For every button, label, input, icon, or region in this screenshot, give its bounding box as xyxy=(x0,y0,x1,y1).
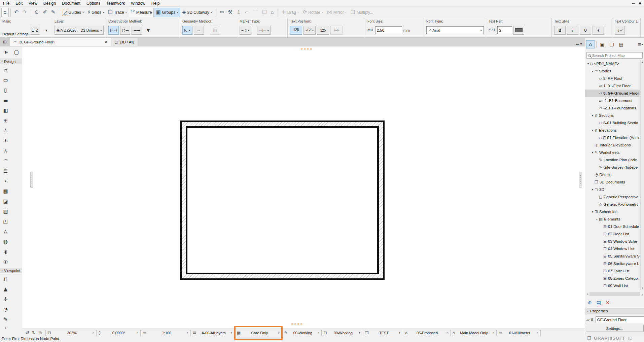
zoom-in-button[interactable]: ⊕ xyxy=(38,330,42,335)
app-window-icon[interactable]: ▪ xyxy=(639,1,641,5)
window-tool[interactable]: ⊞ xyxy=(0,115,11,126)
home-button[interactable]: ⌂ xyxy=(1,8,9,17)
view-map-button[interactable]: ▣ xyxy=(598,40,607,48)
measure-button[interactable]: ¹²Measure xyxy=(129,8,154,17)
project-map-button[interactable]: ⌂ xyxy=(586,40,595,48)
expander-icon[interactable]: ▾ xyxy=(591,188,594,191)
publisher-button[interactable]: ▤ xyxy=(617,40,625,48)
railing-tool[interactable]: ♯ xyxy=(0,176,11,186)
tree-item[interactable]: ▱1. 01-First Floor xyxy=(585,82,644,90)
marquee-tool[interactable]: ▢ xyxy=(11,47,22,57)
tree-vertical-scrollbar[interactable]: ▴ ▾ xyxy=(640,60,644,290)
tree-item[interactable]: ⊞05 Sanitaryware S xyxy=(585,252,644,260)
skylight-tool[interactable]: ◪ xyxy=(0,196,11,206)
tree-item[interactable]: ▱-2. F1-Foundations xyxy=(585,104,644,112)
shell-tool[interactable]: ◠ xyxy=(0,156,11,166)
scissors-button[interactable]: ✄ xyxy=(218,8,226,17)
interior-elevation-tool[interactable]: ✛ xyxy=(0,294,11,304)
wall-tool[interactable]: ▱ xyxy=(0,65,11,75)
lamp-tool[interactable]: ✶ xyxy=(0,136,11,146)
cm-cumulative-button[interactable]: ○→ xyxy=(120,26,131,35)
statusbar-favorites[interactable]: ❐TEST▸ xyxy=(363,329,403,337)
statusbar-renovation-filter[interactable]: ▦Core Only▸ xyxy=(235,329,282,337)
forward-button[interactable]: ↻ xyxy=(32,330,36,335)
menu-file[interactable]: File xyxy=(0,0,12,7)
tree-item[interactable]: ▱2. RF-Roof xyxy=(585,75,644,82)
tree-item[interactable]: ◇Generic Axonometry xyxy=(585,201,644,208)
gm-arc-button[interactable]: ⌣ xyxy=(194,26,204,35)
tree-item[interactable]: ▾∩Sections xyxy=(585,112,644,119)
opening-tool[interactable]: ◰ xyxy=(0,216,11,227)
tree-item[interactable]: ∩S-01 Building Sectio xyxy=(585,119,644,127)
text-contour-button[interactable]: ⇂✓ xyxy=(615,26,625,35)
font-type-select[interactable]: ✓ Arial▾ xyxy=(426,26,484,34)
statusbar-orientation[interactable]: ◊0.0000°▸ xyxy=(97,329,140,337)
minimize-icon[interactable]: — xyxy=(632,1,636,5)
menu-design[interactable]: Design xyxy=(40,0,59,7)
search-input[interactable] xyxy=(592,54,641,58)
dimension-default-button[interactable]: 1.2 xyxy=(30,26,40,35)
inject-all-parameters-button[interactable]: ✎ xyxy=(49,8,58,17)
tab-gf-ground-floor[interactable]: ▱[0. GF-Ground Floor]✕ xyxy=(10,38,111,46)
tree-item[interactable]: ▾⌂<PRJ_NAME> xyxy=(585,60,644,67)
scroll-up-icon[interactable]: ▴ xyxy=(642,61,643,63)
mesh-tool[interactable]: △ xyxy=(0,227,11,237)
zone-tool[interactable]: ◍ xyxy=(0,237,11,247)
tree-item[interactable]: ⊞04 Window List xyxy=(585,245,644,252)
tree-item[interactable]: ▱-1. B1-Basement xyxy=(585,97,644,104)
right-pane-splitter-handle[interactable] xyxy=(579,172,582,188)
guides-button[interactable]: ◿Guides▾ xyxy=(61,8,86,17)
statusbar-pen-set[interactable]: ✎00-Working▸ xyxy=(282,329,321,337)
inject-parameters-button[interactable]: ✐ xyxy=(41,8,49,17)
text-pen-color-button[interactable] xyxy=(513,26,524,35)
menu-edit[interactable]: Edit xyxy=(12,0,26,7)
statusbar-zoom-level[interactable]: ⊡303%▸ xyxy=(46,329,96,337)
tp-above-button[interactable]: 125 xyxy=(290,26,302,35)
tree-item[interactable]: ∩E-01 Elevation (Auto xyxy=(585,134,644,141)
text-pen-input[interactable] xyxy=(497,26,512,34)
statusbar-scale[interactable]: ▭1:100▸ xyxy=(141,329,190,337)
quick-options-button[interactable]: ⊞ xyxy=(0,38,10,46)
curtain-wall-tool[interactable]: ▦ xyxy=(0,186,11,196)
expander-icon[interactable]: ▾ xyxy=(591,151,594,154)
toolbox-group-design[interactable]: ▾Design xyxy=(0,59,22,64)
tree-item[interactable]: ▾⊞Schedules xyxy=(585,208,644,215)
menu-options[interactable]: Options xyxy=(83,0,103,7)
menu-view[interactable]: View xyxy=(26,0,40,7)
split-button[interactable]: ⚒ xyxy=(226,8,234,17)
toolbox-group-viewpoint[interactable]: ▾Viewpoint xyxy=(0,268,22,273)
object-tool[interactable]: ♙ xyxy=(0,126,11,136)
morph-tool[interactable]: ▧ xyxy=(0,206,11,216)
tree-item[interactable]: ⊞02 Door List xyxy=(585,230,644,238)
tree-item[interactable]: ⊞01 Door Schedule xyxy=(585,223,644,230)
expander-icon[interactable]: ▾ xyxy=(595,218,599,221)
tree-item[interactable]: ⊞09 Wall List xyxy=(585,282,644,289)
tree-item[interactable]: ⊞08 Zones Categor xyxy=(585,275,644,282)
menu-window[interactable]: Window xyxy=(128,0,148,7)
italic-button[interactable]: I xyxy=(567,26,578,35)
wall-rectangle-outer[interactable] xyxy=(180,121,385,280)
tab-3d-all[interactable]: ◻[3D / All] xyxy=(111,38,138,46)
main-dropdown-button[interactable]: ▾ xyxy=(41,26,51,35)
scroll-left-icon[interactable]: ‹ xyxy=(586,292,588,296)
door-tool[interactable]: ◧ xyxy=(0,105,11,115)
tree-horizontal-scrollbar[interactable]: ‹ › xyxy=(585,291,644,297)
arrow-tool[interactable]: ➤ xyxy=(0,47,11,57)
statusbar-layer-combination[interactable]: ≣A-00-All layers▸ xyxy=(191,329,235,337)
section-tool[interactable]: ⊓ xyxy=(0,274,11,284)
tree-item[interactable]: ◻Generic Perspective xyxy=(585,193,644,201)
expander-icon[interactable]: ▾ xyxy=(591,70,594,73)
layer-dropdown[interactable]: ◉A-Zz2020__D2 Dimensio...▸ xyxy=(55,26,104,35)
tree-item[interactable]: ❐3D Documents xyxy=(585,178,644,186)
back-button[interactable]: ↺ xyxy=(26,330,29,335)
stair-tool[interactable]: ☰ xyxy=(0,166,11,176)
font-size-input[interactable] xyxy=(375,26,402,34)
menu-help[interactable]: Help xyxy=(148,0,163,7)
zone-stamp-tool[interactable]: ① xyxy=(0,257,11,267)
layout-book-button[interactable]: ❏ xyxy=(607,40,616,48)
roof-tool[interactable]: ∧ xyxy=(0,146,11,156)
tree-item[interactable]: ⊞06 Sanitaryware L xyxy=(585,260,644,267)
beam-tool[interactable]: ▬ xyxy=(0,95,11,105)
camera-tool[interactable]: ⋔ xyxy=(0,324,11,329)
navigator-menu-button[interactable]: ≡▸ xyxy=(638,42,643,47)
